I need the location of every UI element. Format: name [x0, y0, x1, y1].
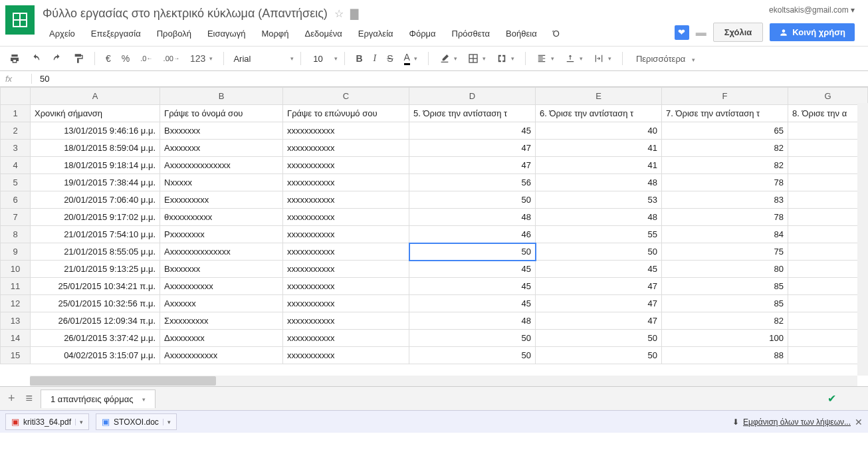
cell[interactable]: 7. Όρισε την αντίσταση τ [662, 105, 788, 122]
cell[interactable]: 82 [662, 312, 788, 330]
cell[interactable]: Γράψε το όνομά σου [160, 105, 283, 122]
text-color-button[interactable]: A▾ [400, 49, 421, 68]
cell[interactable]: θxxxxxxxxxx [160, 209, 283, 226]
cell[interactable]: 41 [536, 140, 662, 157]
cell[interactable] [788, 312, 868, 330]
cell[interactable]: 88 [662, 347, 788, 364]
sheet-tab[interactable]: 1 απαντήσεις φόρμας▾ [41, 390, 156, 408]
show-all-downloads-link[interactable]: Εμφάνιση όλων των λήψεων... [743, 417, 851, 427]
cell[interactable]: xxxxxxxxxxx [283, 140, 409, 157]
cell[interactable]: 25/01/2015 10:32:56 π.μ. [31, 295, 160, 312]
cell[interactable]: 48 [409, 312, 536, 330]
document-title[interactable]: Φύλλο εργασίας στο ηλεκτρικό κύκλωμα (Απ… [43, 5, 328, 22]
friends-icon[interactable]: ❤ [675, 25, 689, 40]
merge-cells-button[interactable]: ▾ [492, 51, 518, 66]
cell[interactable]: 20/01/2015 7:06:40 μ.μ. [31, 191, 160, 209]
cell[interactable]: 84 [662, 226, 788, 243]
currency-button[interactable]: € [102, 51, 115, 66]
horizontal-align-button[interactable]: ▾ [532, 51, 558, 66]
cell[interactable]: 21/01/2015 7:54:10 μ.μ. [31, 226, 160, 243]
cell[interactable] [788, 347, 868, 364]
cell[interactable]: 85 [662, 295, 788, 312]
cell[interactable]: 5. Όρισε την αντίσταση τ [409, 105, 536, 122]
row-header[interactable]: 11 [1, 278, 31, 295]
cell[interactable]: 50 [409, 243, 536, 261]
cell[interactable]: 48 [536, 209, 662, 226]
cell[interactable]: 50 [536, 330, 662, 347]
add-sheet-button[interactable]: + [5, 389, 18, 408]
cell[interactable]: 78 [662, 174, 788, 191]
cell[interactable] [788, 174, 868, 191]
cell[interactable]: 53 [536, 191, 662, 209]
cell[interactable]: 82 [662, 140, 788, 157]
cell[interactable]: 25/01/2015 10:34:21 π.μ. [31, 278, 160, 295]
cell[interactable]: xxxxxxxxxxx [283, 122, 409, 140]
cell[interactable]: 78 [662, 209, 788, 226]
cell[interactable]: 40 [536, 122, 662, 140]
cell[interactable]: xxxxxxxxxxx [283, 261, 409, 278]
cell[interactable]: 65 [662, 122, 788, 140]
cell[interactable] [788, 122, 868, 140]
cell[interactable]: 55 [536, 226, 662, 243]
row-header[interactable]: 6 [1, 191, 31, 209]
cell[interactable]: 18/01/2015 9:18:14 μ.μ. [31, 157, 160, 174]
row-header[interactable]: 10 [1, 261, 31, 278]
cell[interactable] [788, 209, 868, 226]
star-icon[interactable]: ☆ [334, 7, 344, 20]
cell[interactable]: 50 [409, 330, 536, 347]
row-header[interactable]: 5 [1, 174, 31, 191]
cell[interactable]: 50 [409, 191, 536, 209]
cell[interactable]: 82 [662, 157, 788, 174]
cell[interactable]: 50 [409, 347, 536, 364]
column-header[interactable]: C [283, 88, 409, 105]
cell[interactable]: Ρxxxxxxxx [160, 226, 283, 243]
explore-icon[interactable]: ✔ [827, 392, 836, 405]
column-header[interactable]: A [31, 88, 160, 105]
vertical-align-button[interactable]: ▾ [561, 51, 587, 66]
sheets-logo[interactable] [5, 5, 35, 35]
cell[interactable]: 50 [536, 347, 662, 364]
font-size-select[interactable]: 10 [308, 54, 328, 64]
cell[interactable] [788, 226, 868, 243]
chevron-down-icon[interactable]: ▾ [75, 419, 83, 425]
cell[interactable]: Γράψε το επώνυμό σου [283, 105, 409, 122]
row-header[interactable]: 3 [1, 140, 31, 157]
comments-button[interactable]: Σχόλια [713, 23, 764, 42]
undo-icon[interactable] [27, 51, 45, 66]
column-header[interactable]: G [788, 88, 868, 105]
cell[interactable]: Εxxxxxxxxx [160, 191, 283, 209]
horizontal-scrollbar[interactable] [30, 376, 857, 386]
row-header[interactable]: 1 [1, 105, 31, 122]
row-header[interactable]: 14 [1, 330, 31, 347]
cell[interactable]: Χρονική σήμανση [31, 105, 160, 122]
cell[interactable]: 20/01/2015 9:17:02 μ.μ. [31, 209, 160, 226]
cell[interactable]: xxxxxxxxxxx [283, 191, 409, 209]
row-header[interactable]: 8 [1, 226, 31, 243]
column-header[interactable]: D [409, 88, 536, 105]
cell[interactable]: 26/01/2015 12:09:34 π.μ. [31, 312, 160, 330]
cell[interactable]: 45 [536, 261, 662, 278]
cell[interactable]: 47 [409, 140, 536, 157]
cell[interactable]: 46 [409, 226, 536, 243]
row-header[interactable]: 4 [1, 157, 31, 174]
cell[interactable]: xxxxxxxxxxx [283, 243, 409, 261]
cell[interactable]: 47 [536, 278, 662, 295]
all-sheets-button[interactable]: ≡ [23, 389, 36, 408]
cell[interactable]: 85 [662, 278, 788, 295]
text-wrap-button[interactable]: ▾ [590, 51, 615, 66]
cell[interactable] [788, 191, 868, 209]
cell[interactable] [788, 261, 868, 278]
cell[interactable]: Αxxxxxxxxxxx [160, 347, 283, 364]
download-item[interactable]: ▣ kriti33_64.pdf ▾ [5, 413, 89, 430]
cell[interactable]: 83 [662, 191, 788, 209]
cell[interactable]: 50 [536, 243, 662, 261]
cell[interactable] [788, 157, 868, 174]
spreadsheet-grid[interactable]: A B C D E F G 1 Χρονική σήμανση Γράψε το… [0, 87, 868, 364]
cell[interactable]: xxxxxxxxxxx [283, 278, 409, 295]
cell[interactable]: Αxxxxxxxxxxxxxx [160, 243, 283, 261]
row-header[interactable]: 13 [1, 312, 31, 330]
cell[interactable]: 8. Όρισε την α [788, 105, 868, 122]
menu-item[interactable]: Προβολή [150, 26, 198, 41]
column-header[interactable]: B [160, 88, 283, 105]
menu-item[interactable]: Εισαγωγή [201, 26, 252, 41]
